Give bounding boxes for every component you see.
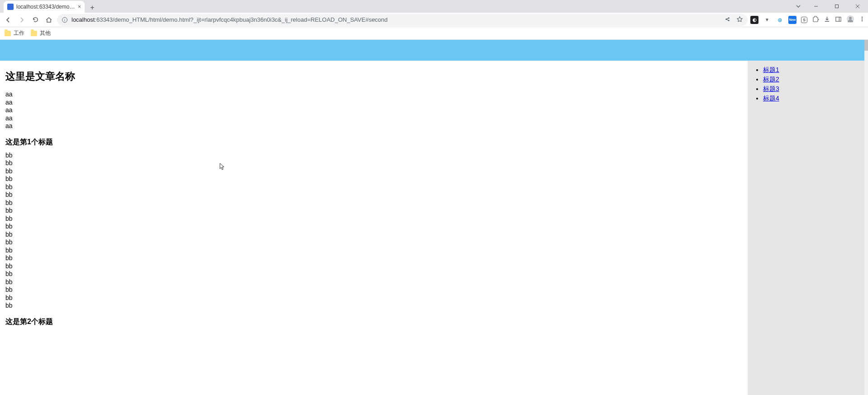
svg-point-4 [725, 19, 727, 20]
extension-icon-4[interactable]: New [788, 16, 796, 24]
svg-rect-6 [836, 17, 841, 21]
folder-icon [5, 31, 11, 36]
bookmark-folder-other[interactable]: 其他 [31, 29, 51, 37]
extension-icon-2[interactable]: ▼ [763, 16, 771, 24]
menu-icon[interactable] [859, 16, 865, 24]
share-icon[interactable] [724, 16, 731, 24]
side-panel-icon[interactable] [835, 16, 842, 24]
bookmark-label: 其他 [40, 29, 51, 37]
url-path: :63343/demo_HTML/html/demo.html?_ijt=rla… [95, 16, 387, 23]
folder-icon [31, 31, 37, 36]
extension-icon-1[interactable]: ◐ [750, 16, 758, 24]
svg-point-5 [728, 19, 730, 21]
browser-titlebar: localhost:63343/demo_HTML/ × + [0, 0, 868, 13]
extensions-menu-icon[interactable] [812, 15, 819, 24]
browser-toolbar: i localhost:63343/demo_HTML/html/demo.ht… [0, 13, 868, 27]
tab-title: localhost:63343/demo_HTML/ [16, 4, 75, 10]
new-tab-button[interactable]: + [87, 3, 97, 13]
browser-tab[interactable]: localhost:63343/demo_HTML/ × [4, 1, 85, 13]
close-window-button[interactable] [847, 0, 868, 13]
back-button[interactable] [3, 14, 14, 25]
forward-button[interactable] [16, 14, 27, 25]
address-bar[interactable]: i localhost:63343/demo_HTML/html/demo.ht… [57, 14, 748, 26]
svg-rect-0 [835, 5, 839, 8]
bookmark-star-icon[interactable] [736, 16, 743, 24]
reload-button[interactable] [30, 14, 41, 25]
window-controls [806, 0, 868, 13]
profile-icon[interactable] [846, 15, 854, 24]
home-button[interactable] [43, 14, 54, 25]
url-host: localhost [72, 16, 95, 23]
downloads-icon[interactable] [824, 16, 830, 24]
extension-icons: ◐ ▼ ◎ New S [750, 15, 865, 24]
close-tab-icon[interactable]: × [78, 4, 81, 10]
favicon-icon [7, 4, 14, 10]
tab-strip: localhost:63343/demo_HTML/ × + [0, 0, 791, 13]
svg-point-3 [728, 17, 730, 19]
svg-point-10 [862, 19, 863, 20]
bookmark-folder-work[interactable]: 工作 [5, 29, 24, 37]
svg-point-8 [849, 17, 852, 19]
site-info-icon[interactable]: i [62, 17, 68, 23]
svg-point-11 [862, 20, 863, 22]
extension-icon-5[interactable]: S [801, 17, 807, 23]
bookmark-label: 工作 [14, 29, 24, 37]
bookmarks-bar: 工作 其他 [0, 27, 868, 40]
tab-search-button[interactable] [791, 0, 806, 13]
url-text: localhost:63343/demo_HTML/html/demo.html… [72, 16, 388, 23]
extension-icon-3[interactable]: ◎ [776, 16, 784, 24]
svg-point-9 [862, 17, 863, 18]
minimize-button[interactable] [806, 0, 826, 13]
svg-text:i: i [64, 18, 65, 22]
maximize-button[interactable] [826, 0, 847, 13]
